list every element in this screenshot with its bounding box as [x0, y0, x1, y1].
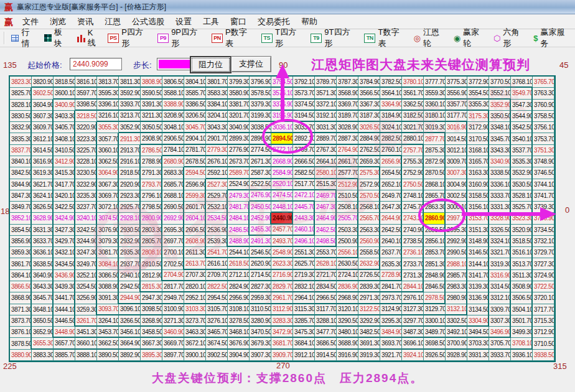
grid-cell: 3885.70 — [54, 350, 75, 361]
grid-cell: 2748.10 — [402, 190, 424, 202]
toolbar-button-label: 板块 — [54, 27, 70, 49]
grid-cell: 3710.50 — [533, 338, 554, 349]
grid-cell: 3115.30 — [293, 304, 315, 315]
grid-cell: 2942.50 — [119, 281, 141, 292]
grid-cell: 3516.10 — [511, 247, 533, 258]
support-price-cell[interactable]: 2860.90 — [424, 213, 446, 224]
grid-cell: 3072.10 — [97, 202, 119, 213]
grid-cell: 3571.30 — [315, 88, 337, 99]
grid-cell: 3024.10 — [380, 122, 402, 133]
grid-cell: 3640.90 — [32, 270, 54, 281]
grid-cell: 3489.70 — [424, 327, 446, 338]
grid-cell: 3758.50 — [533, 111, 554, 122]
toolbar-button-11[interactable]: ◉赢家轮 — [450, 26, 490, 50]
grid-cell: 3290.50 — [337, 315, 358, 327]
badge: TS — [261, 34, 273, 43]
grid-cell: 3201.70 — [228, 111, 250, 122]
grid-cell: 3794.50 — [271, 77, 293, 88]
resistance-button[interactable]: 阻力位 — [190, 56, 231, 73]
grid-cell: 3280.90 — [250, 315, 271, 327]
grid-cell: 3828.10 — [10, 100, 32, 111]
grid-cell: 2640.10 — [380, 236, 402, 247]
grid-cell: 3684.10 — [293, 338, 315, 349]
start-price-input[interactable] — [70, 58, 122, 70]
support-button[interactable]: 支撑位 — [231, 56, 271, 72]
grid-cell: 3156.10 — [467, 202, 489, 213]
grid-cell: 2580.10 — [315, 167, 337, 179]
grid-cell: 2469.70 — [315, 190, 337, 202]
grid-cell: 3763.30 — [533, 88, 554, 99]
grid-cell: 2553.70 — [315, 247, 337, 258]
toolbar-button-2[interactable]: 板块 — [40, 26, 73, 50]
grid-cell: 2995.30 — [446, 225, 467, 236]
grid-cell: 2515.30 — [315, 179, 337, 190]
grid-cell: 3556.90 — [446, 88, 467, 99]
grid-cell: 3220.90 — [75, 122, 97, 133]
grid-cell: 3422.50 — [54, 202, 75, 213]
grid-cell: 2664.10 — [315, 156, 337, 167]
grid-cell: 3453.70 — [97, 327, 119, 338]
grid-cell: 3801.70 — [206, 77, 228, 88]
grid-cell: 2935.30 — [119, 247, 141, 258]
grid-cell: 2918.50 — [119, 167, 141, 179]
toolbar-button-12[interactable]: ⬡六角形 — [490, 26, 530, 50]
grid-cell: 3340.90 — [489, 156, 511, 167]
toolbar-button-10[interactable]: ◎江恩轮 — [409, 26, 449, 50]
grid-cell: 3295.30 — [380, 315, 402, 327]
grid-cell: 3657.70 — [54, 338, 75, 349]
title-bar: 赢 赢家江恩专业版[赢家服务平台] - [价格正方形] — [0, 0, 575, 14]
toolbar-button-8[interactable]: T99T四方形 — [307, 26, 360, 50]
grid-cell: 3312.10 — [489, 292, 511, 304]
grid-cell: 3796.90 — [250, 77, 271, 88]
grid-cell: 3439.30 — [54, 281, 75, 292]
grid-cell: 2988.10 — [446, 258, 467, 269]
grid-cell: 3645.70 — [32, 292, 54, 304]
grid-cell: 3535.30 — [511, 156, 533, 167]
grid-cell: 3667.30 — [141, 338, 162, 349]
grid-cell: 3213.70 — [119, 111, 141, 122]
toolbar-button-label: 赢家轮 — [463, 27, 486, 49]
grid-cell: 3052.90 — [119, 122, 141, 133]
toolbar-button-4[interactable]: PSP四方形 — [104, 26, 154, 50]
grid-cell: 2997.70 — [446, 213, 467, 224]
resistance-price-cell[interactable]: 2894.50 — [271, 133, 293, 144]
grid-cell: 3703.30 — [467, 338, 489, 349]
grid-cell: 3304.90 — [467, 315, 489, 327]
toolbar-button-5[interactable]: P99P四方形 — [154, 26, 208, 50]
grid-cell: 3009.70 — [446, 156, 467, 167]
grid-cell: 3573.70 — [293, 88, 315, 99]
toolbar-button-9[interactable]: TNT数字表 — [360, 26, 409, 50]
grid-cell: 3484.90 — [380, 327, 402, 338]
toolbar-button-13[interactable]: $赢家服务 — [530, 26, 575, 50]
grid-cell: 3756.10 — [533, 122, 554, 133]
grid-cell: 2865.70 — [424, 190, 446, 202]
grid-cell: 2841.70 — [380, 281, 402, 292]
grid-cell: 2508.10 — [337, 202, 358, 213]
grid-cell: 3112.90 — [271, 304, 293, 315]
grid-cell: 2551.30 — [293, 247, 315, 258]
grid-cell: 3823.30 — [10, 77, 32, 88]
grid-cell: 3165.70 — [467, 156, 489, 167]
grid-cell: 3477.70 — [315, 327, 337, 338]
grid-cell: 3153.70 — [467, 213, 489, 224]
grid-cell: 3501.70 — [511, 315, 533, 327]
toolbar-button-label: 行情 — [21, 27, 37, 49]
grid-cell: 3696.10 — [402, 338, 424, 349]
center-price-cell[interactable]: 2440.90 — [271, 213, 293, 224]
toolbar-button-1[interactable]: 行情 — [7, 26, 40, 50]
grid-cell: 3122.50 — [358, 304, 380, 315]
toolbar-button-6[interactable]: PNP数字表 — [208, 26, 258, 50]
grid-cell: 2836.90 — [337, 281, 358, 292]
grid-cell: 2599.30 — [184, 190, 206, 202]
grid-cell: 3818.50 — [54, 77, 75, 88]
grid-cell: 3496.90 — [489, 327, 511, 338]
grid-cell: 3372.10 — [315, 100, 337, 111]
toolbar-button-3[interactable]: K线 — [73, 27, 104, 50]
grid-cell: 3033.70 — [293, 122, 315, 133]
grid-cell: 3343.30 — [489, 145, 511, 156]
grid-cell: 3595.30 — [97, 88, 119, 99]
toolbar-button-7[interactable]: TST四方形 — [258, 26, 307, 50]
grid-cell: 3842.50 — [10, 167, 32, 179]
grid-cell: 3350.50 — [489, 111, 511, 122]
grid-cell: 3904.90 — [228, 350, 250, 361]
